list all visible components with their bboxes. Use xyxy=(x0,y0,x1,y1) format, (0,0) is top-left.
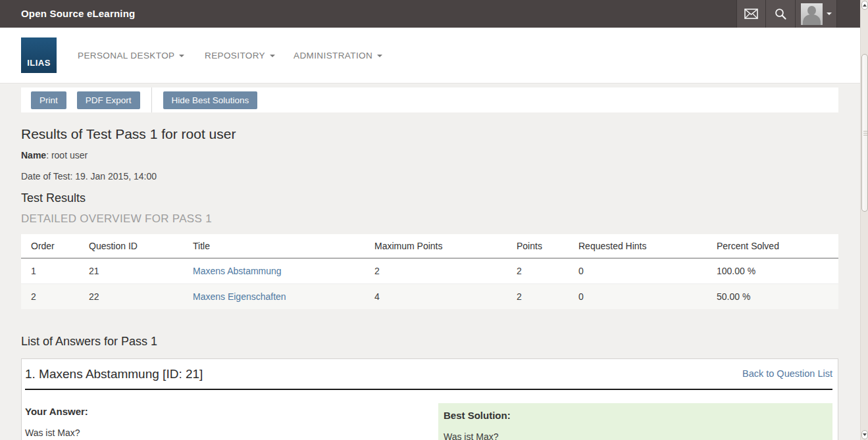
scrollbar-grip xyxy=(863,131,867,137)
arrow-down-icon xyxy=(863,433,867,436)
your-answer-label: Your Answer: xyxy=(25,406,438,417)
cell-requested-hints: 0 xyxy=(569,258,707,284)
back-to-question-list-link[interactable]: Back to Question List xyxy=(742,368,832,379)
question-heading: 1. Maxens Abstammung [ID: 21] xyxy=(25,367,203,381)
nav-label: ADMINISTRATION xyxy=(294,51,372,61)
name-label: Name xyxy=(21,150,46,160)
cell-points: 2 xyxy=(507,258,569,284)
chevron-down-icon xyxy=(179,55,184,57)
answer-panel-body: Your Answer: Was ist Max? Best Solution:… xyxy=(22,390,838,440)
answer-panel: 1. Maxens Abstammung [ID: 21] Back to Qu… xyxy=(21,358,838,440)
question-link[interactable]: Maxens Abstammung xyxy=(193,266,282,276)
date-of-test: Date of Test: 19. Jan 2015, 14:00 xyxy=(21,171,157,182)
app-title: Open Source eLearning xyxy=(21,0,135,28)
col-order: Order xyxy=(21,234,79,258)
answer-panel-header: 1. Maxens Abstammung [ID: 21] Back to Qu… xyxy=(22,359,838,389)
cell-order: 1 xyxy=(21,258,79,284)
question-link[interactable]: Maxens Eigenschaften xyxy=(193,291,286,302)
avatar-head xyxy=(807,6,816,15)
vertical-scrollbar[interactable] xyxy=(860,0,868,440)
scrollbar-thumb[interactable] xyxy=(861,54,868,212)
table-header-row: Order Question ID Title Maximum Points P… xyxy=(21,234,838,258)
col-percent-solved: Percent Solved xyxy=(707,234,838,258)
cell-title: Maxens Abstammung xyxy=(183,258,365,284)
cell-percent-solved: 100.00 % xyxy=(707,258,838,284)
col-maximum-points: Maximum Points xyxy=(365,234,507,258)
avatar xyxy=(801,3,823,25)
chevron-down-icon xyxy=(377,55,382,57)
user-menu-button[interactable] xyxy=(795,0,837,28)
best-solution-text: Was ist Max? xyxy=(444,431,826,440)
toolbar: Print PDF Export Hide Best Solutions xyxy=(21,87,838,112)
your-answer-text: Was ist Max? xyxy=(25,428,438,438)
name-value: : root user xyxy=(46,150,88,160)
main-nav-band: ILIAS PERSONAL DESKTOP REPOSITORY ADMINI… xyxy=(0,28,860,84)
nav-personal-desktop[interactable]: PERSONAL DESKTOP xyxy=(78,28,184,84)
cell-question-id: 21 xyxy=(79,258,183,284)
col-requested-hints: Requested Hints xyxy=(569,234,707,258)
cell-points: 2 xyxy=(507,284,569,310)
mail-button[interactable] xyxy=(736,0,765,28)
col-title: Title xyxy=(183,234,365,258)
nav-repository[interactable]: REPOSITORY xyxy=(205,28,275,84)
ilias-logo[interactable]: ILIAS xyxy=(21,37,57,73)
top-bar: Open Source eLearning xyxy=(0,0,860,28)
pdf-export-button[interactable]: PDF Export xyxy=(77,91,140,109)
col-question-id: Question ID xyxy=(79,234,183,258)
best-solution-label: Best Solution: xyxy=(444,410,826,421)
your-answer-section: Your Answer: Was ist Max? xyxy=(22,390,438,438)
page: Open Source eLearning xyxy=(0,0,868,440)
nav-administration[interactable]: ADMINISTRATION xyxy=(294,28,382,84)
table-row: 1 21 Maxens Abstammung 2 2 0 100.00 % xyxy=(21,258,838,284)
arrow-up-icon xyxy=(863,4,867,7)
cell-maximum-points: 4 xyxy=(365,284,507,310)
col-points: Points xyxy=(507,234,569,258)
toolbar-divider xyxy=(151,87,152,112)
magnifier-icon xyxy=(775,8,786,20)
nav-label: REPOSITORY xyxy=(205,51,265,61)
topbar-icon-group xyxy=(736,0,837,28)
results-table: Order Question ID Title Maximum Points P… xyxy=(21,234,838,309)
list-of-answers-heading: List of Answers for Pass 1 xyxy=(21,335,157,349)
avatar-body xyxy=(803,14,821,25)
table-row: 2 22 Maxens Eigenschaften 4 2 0 50.00 % xyxy=(21,284,838,310)
cell-title: Maxens Eigenschaften xyxy=(183,284,365,310)
search-button[interactable] xyxy=(765,0,795,28)
scroll-down-button[interactable] xyxy=(861,430,868,439)
scroll-up-button[interactable] xyxy=(861,1,868,10)
envelope-icon xyxy=(744,9,758,19)
chevron-down-icon xyxy=(827,12,832,15)
detailed-overview-heading: DETAILED OVERVIEW FOR PASS 1 xyxy=(21,212,212,226)
chevron-down-icon xyxy=(270,55,275,57)
page-title: Results of Test Pass 1 for root user xyxy=(21,126,236,142)
results-table-container: Order Question ID Title Maximum Points P… xyxy=(21,234,838,309)
cell-maximum-points: 2 xyxy=(365,258,507,284)
print-button[interactable]: Print xyxy=(31,91,66,109)
name-line: Name: root user xyxy=(21,150,88,160)
cell-percent-solved: 50.00 % xyxy=(707,284,838,310)
best-solution-section: Best Solution: Was ist Max? xyxy=(438,403,832,440)
nav-label: PERSONAL DESKTOP xyxy=(78,51,174,61)
cell-requested-hints: 0 xyxy=(569,284,707,310)
hide-best-solutions-button[interactable]: Hide Best Solutions xyxy=(163,91,258,109)
test-results-heading: Test Results xyxy=(21,191,86,205)
cell-question-id: 22 xyxy=(79,284,183,310)
cell-order: 2 xyxy=(21,284,79,310)
